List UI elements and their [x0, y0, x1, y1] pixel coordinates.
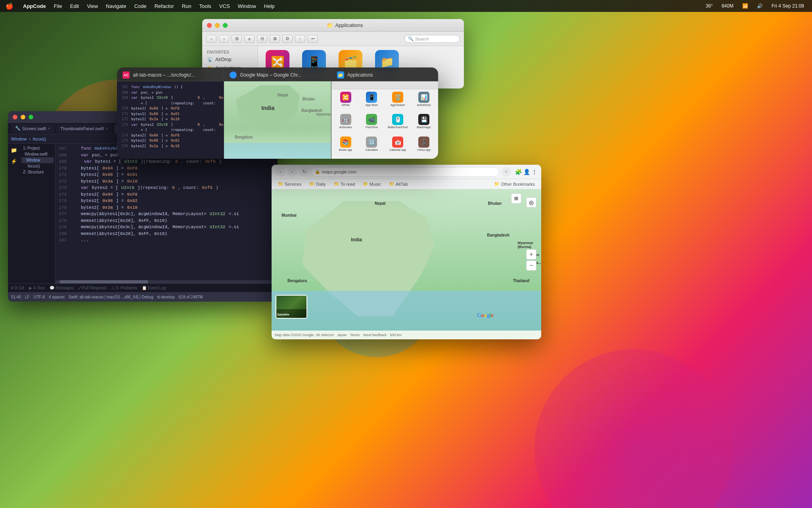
menubar-wifi[interactable]: 📶 [738, 0, 752, 12]
column-view-button[interactable]: ⊟ [257, 35, 267, 43]
window-close-button[interactable] [207, 23, 212, 28]
swift-file-icon: 🔧 [15, 126, 21, 131]
forward-button[interactable]: › [219, 35, 229, 43]
icon-view-button[interactable]: ⊞ [232, 35, 242, 43]
sort-button[interactable]: ⚙ [282, 35, 293, 43]
app-switcher[interactable]: AC alt-tab-macos – .../src/logic/... 167… [117, 67, 438, 159]
maps-forward-button[interactable]: › [287, 167, 297, 177]
maps-body: India Nepal Bhutan Bangladesh Myanmar(Bu… [272, 189, 541, 331]
menu-tools[interactable]: Tools [195, 0, 215, 12]
menu-refactor[interactable]: Refactor [150, 0, 178, 12]
bookmark-toread-icon: 📁 [334, 181, 339, 187]
map-label-myanmar: Myanmar(Burma) [517, 241, 533, 249]
tab-close-screen[interactable]: ✕ [48, 127, 51, 131]
event-log-btn[interactable]: 📋 Event Log [142, 286, 166, 290]
problems-panel-btn[interactable]: ⚠ 6: Problems [111, 286, 137, 290]
google-logo: Google [477, 312, 494, 319]
my-location-button[interactable]: ◎ [526, 197, 536, 208]
apple-menu[interactable]: 🍎 [0, 0, 19, 12]
mini-app-appcleaner: 🗑️ AppCleaner [386, 92, 410, 112]
map-zoom-in-button[interactable]: + [526, 249, 536, 260]
editor-code-area[interactable]: 167func makeKeyWindow() { 168 var psn_ =… [56, 144, 278, 283]
app-name[interactable]: AppCode [19, 0, 50, 12]
branch-indicator[interactable]: ⑆ develop [157, 295, 175, 299]
tab-screen-swift[interactable]: 🔧 Screen.swift ✕ [11, 124, 55, 133]
bookmark-other[interactable]: 📁 Other Bookmarks [492, 181, 537, 187]
share-button[interactable]: ↑ [295, 35, 305, 43]
extension-icon-1[interactable]: 🧩 [515, 169, 522, 175]
map-label-bengaluru: Bengaluru [287, 279, 307, 283]
bookmark-daily[interactable]: 📁 Daily [307, 181, 328, 187]
menubar-volume[interactable]: 🔊 [753, 0, 767, 12]
maps-url-bar[interactable]: 🔒 maps.google.com [311, 167, 499, 177]
menu-vcs[interactable]: VCS [215, 0, 234, 12]
apps-preview-grid: 🔀 AltTab 📱 App Store 🗑️ AppCleaner [331, 89, 438, 159]
menu-edit[interactable]: Edit [66, 0, 83, 12]
project-item-window[interactable]: Window [21, 157, 54, 163]
favorites-section: Favorites [202, 49, 257, 55]
maps-mini-preview: India Nepal Bhutan Bangladesh Myanmar Be… [224, 81, 331, 159]
menu-navigate[interactable]: Navigate [102, 0, 130, 12]
action-button[interactable]: ↩ [308, 35, 318, 43]
tab-close-thumbnails[interactable]: ✕ [105, 127, 109, 131]
menu-view[interactable]: View [83, 0, 102, 12]
map-label-bangladesh: Bangladesh [487, 233, 509, 237]
structure-icon[interactable]: ⚡ [10, 157, 18, 165]
map-grid-button[interactable]: ⊞ [511, 193, 521, 204]
list-view-button[interactable]: ≡ [244, 35, 255, 43]
lf-indicator: UTF-8 [34, 295, 45, 299]
menu-file[interactable]: File [50, 0, 66, 12]
menubar-memory: 840M [718, 0, 737, 12]
switcher-tab-maps[interactable]: 🌐 Google Maps – Google Chr... India Nepa… [224, 67, 331, 159]
maps-bookmark-btn[interactable]: ☆ [502, 167, 511, 177]
project-item-focus[interactable]: focus() [21, 163, 54, 169]
bookmark-alttab[interactable]: 📁 AltTab [387, 181, 410, 187]
gallery-view-button[interactable]: ⊠ [270, 35, 280, 43]
project-item-1[interactable]: 1: Project [21, 145, 54, 151]
window-minimize-button[interactable] [215, 23, 220, 28]
mini-app-activedock: 📊 ActiveDock [412, 92, 436, 112]
pull-requests-btn[interactable]: ⑇ Pull Requests [79, 286, 107, 290]
satellite-thumbnail[interactable]: Satellite [276, 295, 307, 319]
map-data-attribution: Map data ©2020 Google, SK telecom [275, 333, 334, 337]
editor-statusbar: ⑆ 9: Git ▶ 4: Run 💬 Messages ⑇ Pull Requ… [8, 283, 278, 292]
menu-help[interactable]: Help [260, 0, 279, 12]
bookmark-music[interactable]: 📁 Music [360, 181, 383, 187]
menu-code[interactable]: Code [130, 0, 150, 12]
menu-run[interactable]: Run [178, 0, 195, 12]
messages-icon: 💬 [50, 286, 54, 290]
run-panel-btn[interactable]: ▶ 4: Run [29, 286, 45, 290]
breadcrumb-focus[interactable]: focus() [33, 137, 46, 141]
switcher-tab-maps-header: 🌐 Google Maps – Google Chr... [224, 67, 331, 81]
map-feedback-link[interactable]: Send feedback [363, 333, 387, 337]
finder-search[interactable]: 🔍 Search [404, 35, 460, 43]
bookmark-toread[interactable]: 📁 To read [331, 181, 358, 187]
map-zoom-out-button[interactable]: − [526, 260, 536, 271]
editor-minimize-button[interactable] [21, 115, 25, 119]
sidebar-item-airdrop[interactable]: 📡 AirDrop [202, 55, 257, 64]
map-terms-link[interactable]: Terms [350, 333, 360, 337]
editor-close-button[interactable] [13, 115, 17, 119]
switcher-tab-appcode[interactable]: AC alt-tab-macos – .../src/logic/... 167… [117, 67, 224, 159]
project-item-2[interactable]: Window.swift [21, 151, 54, 157]
horizontal-scrollbar[interactable] [56, 280, 278, 283]
extension-menu[interactable]: ⋮ [532, 169, 537, 175]
switcher-tab-applications[interactable]: 📁 Applications 🔀 AltTab 📱 App Store [331, 67, 438, 159]
breadcrumb-window[interactable]: Window [11, 137, 27, 141]
maps-back-button[interactable]: ‹ [276, 167, 285, 177]
project-panel-icon[interactable]: 📁 [10, 146, 18, 154]
extension-icon-2[interactable]: 👤 [523, 169, 530, 175]
editor-maximize-button[interactable] [29, 115, 33, 119]
git-panel-btn[interactable]: ⑆ 9: Git [11, 286, 24, 290]
maps-refresh-button[interactable]: ↻ [299, 167, 309, 177]
back-button[interactable]: ‹ [206, 35, 216, 43]
scrollbar-thumb[interactable] [59, 280, 148, 283]
menu-window[interactable]: Window [234, 0, 260, 12]
window-maximize-button[interactable] [223, 23, 228, 28]
bookmark-services[interactable]: 📁 Services [276, 181, 304, 187]
bookmark-alttab-icon: 📁 [389, 181, 395, 187]
messages-panel-btn[interactable]: 💬 Messages [50, 286, 74, 290]
project-structure[interactable]: Z: Structure [21, 169, 54, 175]
map-japan-link[interactable]: Japan [337, 333, 347, 337]
tab-thumbnails[interactable]: ThumbnailsPanel.swift ✕ [56, 124, 113, 133]
